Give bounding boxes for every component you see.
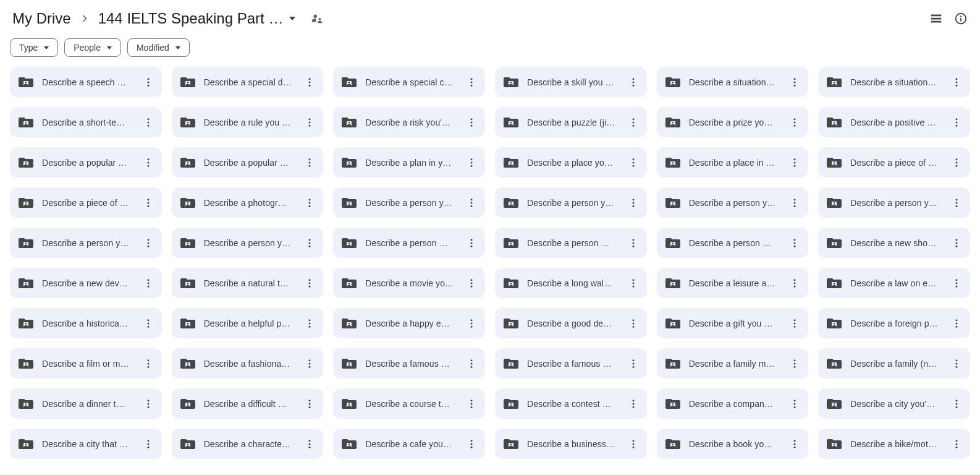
- folder-card[interactable]: Describe a puzzle (ji…: [495, 107, 647, 137]
- more-actions-button[interactable]: [138, 113, 158, 132]
- more-actions-button[interactable]: [300, 193, 319, 213]
- more-actions-button[interactable]: [462, 394, 481, 414]
- more-actions-button[interactable]: [785, 354, 805, 374]
- folder-card[interactable]: Describe a rule you …: [172, 107, 324, 137]
- more-actions-button[interactable]: [947, 113, 966, 132]
- more-actions-button[interactable]: [138, 314, 158, 333]
- more-actions-button[interactable]: [785, 113, 805, 132]
- folder-card[interactable]: Describe a cafe you…: [333, 429, 485, 459]
- folder-card[interactable]: Describe a person y…: [495, 187, 647, 218]
- folder-card[interactable]: Describe a plan in y…: [333, 147, 485, 178]
- more-actions-button[interactable]: [947, 233, 966, 253]
- folder-card[interactable]: Describe a difficult …: [172, 388, 324, 419]
- folder-card[interactable]: Describe a compan…: [657, 388, 809, 419]
- folder-card[interactable]: Describe a family (n…: [818, 348, 970, 379]
- more-actions-button[interactable]: [623, 354, 643, 374]
- folder-card[interactable]: Describe a course t…: [333, 388, 485, 419]
- filter-chip-modified[interactable]: Modified: [127, 38, 190, 57]
- more-actions-button[interactable]: [462, 113, 481, 132]
- more-actions-button[interactable]: [785, 314, 805, 333]
- folder-card[interactable]: Describe a prize yo…: [657, 107, 809, 137]
- folder-card[interactable]: Describe a situation…: [818, 67, 970, 97]
- info-icon[interactable]: [954, 12, 968, 25]
- folder-card[interactable]: Describe a contest …: [495, 388, 647, 419]
- folder-card[interactable]: Describe a foreign p…: [818, 308, 970, 338]
- list-view-icon[interactable]: [929, 12, 943, 25]
- more-actions-button[interactable]: [623, 434, 643, 454]
- folder-card[interactable]: Describe a famous …: [333, 348, 485, 379]
- folder-card[interactable]: Describe a family m…: [657, 348, 809, 379]
- more-actions-button[interactable]: [300, 354, 319, 374]
- folder-card[interactable]: Describe a fashiona…: [172, 348, 324, 379]
- more-actions-button[interactable]: [138, 273, 158, 293]
- more-actions-button[interactable]: [785, 153, 805, 173]
- more-actions-button[interactable]: [785, 193, 805, 213]
- folder-card[interactable]: Describe a piece of …: [818, 147, 970, 178]
- folder-card[interactable]: Describe a person y…: [10, 228, 162, 258]
- more-actions-button[interactable]: [623, 72, 643, 92]
- more-actions-button[interactable]: [623, 153, 643, 173]
- folder-card[interactable]: Describe a person y…: [818, 187, 970, 218]
- more-actions-button[interactable]: [138, 233, 158, 253]
- more-actions-button[interactable]: [138, 394, 158, 414]
- folder-card[interactable]: Describe a bike/mot…: [818, 429, 970, 459]
- more-actions-button[interactable]: [138, 153, 158, 173]
- folder-card[interactable]: Describe a person …: [333, 228, 485, 258]
- more-actions-button[interactable]: [947, 394, 966, 414]
- more-actions-button[interactable]: [138, 72, 158, 92]
- more-actions-button[interactable]: [300, 314, 319, 333]
- more-actions-button[interactable]: [785, 434, 805, 454]
- folder-card[interactable]: Describe a positive …: [818, 107, 970, 137]
- more-actions-button[interactable]: [623, 273, 643, 293]
- breadcrumb-root[interactable]: My Drive: [10, 9, 74, 28]
- folder-card[interactable]: Describe a good de…: [495, 308, 647, 338]
- more-actions-button[interactable]: [300, 233, 319, 253]
- more-actions-button[interactable]: [462, 314, 481, 333]
- folder-card[interactable]: Describe a historica…: [10, 308, 162, 338]
- folder-card[interactable]: Describe a piece of …: [10, 187, 162, 218]
- more-actions-button[interactable]: [947, 273, 966, 293]
- more-actions-button[interactable]: [947, 153, 966, 173]
- more-actions-button[interactable]: [462, 434, 481, 454]
- folder-card[interactable]: Describe a risk you'…: [333, 107, 485, 137]
- folder-card[interactable]: Describe a helpful p…: [172, 308, 324, 338]
- more-actions-button[interactable]: [300, 113, 319, 132]
- more-actions-button[interactable]: [785, 233, 805, 253]
- more-actions-button[interactable]: [947, 193, 966, 213]
- more-actions-button[interactable]: [785, 273, 805, 293]
- folder-card[interactable]: Describe a new dev…: [10, 268, 162, 298]
- more-actions-button[interactable]: [138, 193, 158, 213]
- folder-card[interactable]: Describe a person …: [657, 228, 809, 258]
- more-actions-button[interactable]: [623, 193, 643, 213]
- folder-card[interactable]: Describe a place in …: [657, 147, 809, 178]
- more-actions-button[interactable]: [300, 273, 319, 293]
- share-icon[interactable]: [310, 12, 324, 25]
- folder-card[interactable]: Describe a special d…: [172, 67, 324, 97]
- folder-card[interactable]: Describe a new sho…: [818, 228, 970, 258]
- more-actions-button[interactable]: [947, 434, 966, 454]
- folder-card[interactable]: Describe a dinner t…: [10, 388, 162, 419]
- folder-card[interactable]: Describe a law on e…: [818, 268, 970, 298]
- more-actions-button[interactable]: [462, 153, 481, 173]
- folder-card[interactable]: Describe a person y…: [172, 228, 324, 258]
- more-actions-button[interactable]: [623, 314, 643, 333]
- more-actions-button[interactable]: [462, 273, 481, 293]
- more-actions-button[interactable]: [300, 434, 319, 454]
- filter-chip-type[interactable]: Type: [10, 38, 58, 57]
- folder-card[interactable]: Describe a popular …: [10, 147, 162, 178]
- more-actions-button[interactable]: [947, 72, 966, 92]
- folder-card[interactable]: Describe a person …: [495, 228, 647, 258]
- more-actions-button[interactable]: [300, 72, 319, 92]
- more-actions-button[interactable]: [623, 394, 643, 414]
- more-actions-button[interactable]: [623, 113, 643, 132]
- breadcrumb-current[interactable]: 144 IELTS Speaking Part …: [96, 9, 298, 28]
- more-actions-button[interactable]: [462, 233, 481, 253]
- folder-card[interactable]: Describe a place yo…: [495, 147, 647, 178]
- more-actions-button[interactable]: [138, 434, 158, 454]
- folder-card[interactable]: Describe a photogr…: [172, 187, 324, 218]
- more-actions-button[interactable]: [623, 233, 643, 253]
- folder-card[interactable]: Describe a long wal…: [495, 268, 647, 298]
- folder-card[interactable]: Describe a person y…: [657, 187, 809, 218]
- more-actions-button[interactable]: [462, 193, 481, 213]
- folder-card[interactable]: Describe a book yo…: [657, 429, 809, 459]
